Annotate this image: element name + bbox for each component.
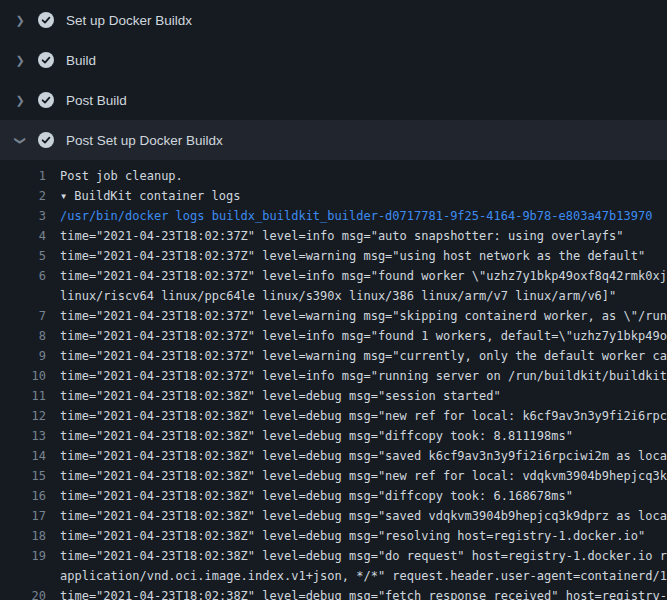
step-label: Build	[66, 53, 96, 68]
log-line: 7 time="2021-04-23T18:02:37Z" level=warn…	[0, 306, 667, 326]
line-number[interactable]: 17	[0, 506, 46, 526]
step-label: Set up Docker Buildx	[66, 13, 192, 28]
line-number[interactable]: 10	[0, 366, 46, 386]
line-number[interactable]: 19	[0, 546, 46, 566]
actions-log-viewer: ❯ Set up Docker Buildx ❯ Build ❯ Post Bu	[0, 0, 667, 600]
line-number[interactable]: 12	[0, 406, 46, 426]
chevron-icon[interactable]: ❯	[14, 132, 27, 148]
log-line: 12 time="2021-04-23T18:02:38Z" level=deb…	[0, 406, 667, 426]
log-line: 5 time="2021-04-23T18:02:37Z" level=warn…	[0, 246, 667, 266]
log-line: 15 time="2021-04-23T18:02:38Z" level=deb…	[0, 466, 667, 486]
line-number[interactable]: 20	[0, 586, 46, 600]
log-text: time="2021-04-23T18:02:37Z" level=info m…	[46, 366, 667, 386]
log-text: time="2021-04-23T18:02:38Z" level=debug …	[46, 586, 667, 600]
log-line: 13 time="2021-04-23T18:02:38Z" level=deb…	[0, 426, 667, 446]
step-label: Post Build	[66, 93, 127, 108]
log-line: 8 time="2021-04-23T18:02:37Z" level=info…	[0, 326, 667, 346]
step-label: Post Set up Docker Buildx	[66, 133, 223, 148]
chevron-icon[interactable]: ❯	[12, 94, 28, 107]
check-circle-icon	[38, 132, 54, 148]
step-section[interactable]: ❯ Build	[0, 40, 667, 80]
log-text: linux/riscv64 linux/ppc64le linux/s390x …	[46, 286, 667, 306]
log-text: time="2021-04-23T18:02:37Z" level=info m…	[46, 226, 667, 246]
line-number[interactable]: 15	[0, 466, 46, 486]
check-circle-icon	[38, 12, 54, 28]
sections: ❯ Set up Docker Buildx ❯ Build ❯ Post Bu	[0, 0, 667, 160]
group-label[interactable]: BuildKit container logs	[74, 189, 240, 203]
log-line: 3 /usr/bin/docker logs buildx_buildkit_b…	[0, 206, 667, 226]
check-circle-icon	[38, 52, 54, 68]
line-number[interactable]: 3	[0, 206, 46, 226]
log-line: 1 Post job cleanup.	[0, 166, 667, 186]
log-text: time="2021-04-23T18:02:38Z" level=debug …	[46, 466, 667, 486]
line-number[interactable]: 4	[0, 226, 46, 246]
log-text: /usr/bin/docker logs buildx_buildkit_bui…	[46, 206, 667, 226]
log-text: time="2021-04-23T18:02:38Z" level=debug …	[46, 526, 667, 546]
line-number[interactable]: 2	[0, 186, 46, 206]
log-line: 10 time="2021-04-23T18:02:37Z" level=inf…	[0, 366, 667, 386]
group-toggle-icon[interactable]: ▾	[60, 189, 67, 203]
log-text: time="2021-04-23T18:02:37Z" level=warnin…	[46, 306, 667, 326]
log-text: time="2021-04-23T18:02:37Z" level=warnin…	[46, 246, 667, 266]
log-text: time="2021-04-23T18:02:38Z" level=debug …	[46, 406, 667, 426]
log-line: 11 time="2021-04-23T18:02:38Z" level=deb…	[0, 386, 667, 406]
log-text: ▾BuildKit container logs	[46, 186, 667, 206]
log-line: linux/riscv64 linux/ppc64le linux/s390x …	[0, 286, 667, 306]
line-number[interactable]: 16	[0, 486, 46, 506]
line-number[interactable]: 6	[0, 266, 46, 286]
log-line: 19 time="2021-04-23T18:02:38Z" level=deb…	[0, 546, 667, 566]
line-number[interactable]: 1	[0, 166, 46, 186]
line-number[interactable]: 7	[0, 306, 46, 326]
log-text: time="2021-04-23T18:02:37Z" level=info m…	[46, 326, 667, 346]
log-text: time="2021-04-23T18:02:37Z" level=warnin…	[46, 346, 667, 366]
step-section[interactable]: ❯ Set up Docker Buildx	[0, 0, 667, 40]
log-text: Post job cleanup.	[46, 166, 667, 186]
log-text: time="2021-04-23T18:02:38Z" level=debug …	[46, 386, 667, 406]
log-line: 9 time="2021-04-23T18:02:37Z" level=warn…	[0, 346, 667, 366]
log-line: 20 time="2021-04-23T18:02:38Z" level=deb…	[0, 586, 667, 600]
line-number[interactable]: 11	[0, 386, 46, 406]
log-text: time="2021-04-23T18:02:38Z" level=debug …	[46, 506, 667, 526]
log-line: 2 ▾BuildKit container logs	[0, 186, 667, 206]
log-line: 6 time="2021-04-23T18:02:37Z" level=info…	[0, 266, 667, 286]
log-text: time="2021-04-23T18:02:38Z" level=debug …	[46, 446, 667, 466]
step-section[interactable]: ❯ Post Set up Docker Buildx	[0, 120, 667, 160]
log-text: application/vnd.oci.image.index.v1+json,…	[46, 566, 667, 586]
log-line: 4 time="2021-04-23T18:02:37Z" level=info…	[0, 226, 667, 246]
line-number[interactable]: 13	[0, 426, 46, 446]
log-text: time="2021-04-23T18:02:37Z" level=info m…	[46, 266, 667, 286]
line-number[interactable]	[0, 286, 46, 306]
log-lines: 1 Post job cleanup. 2 ▾BuildKit containe…	[0, 160, 667, 600]
line-number[interactable]: 8	[0, 326, 46, 346]
log-line: 18 time="2021-04-23T18:02:38Z" level=deb…	[0, 526, 667, 546]
line-number[interactable]	[0, 566, 46, 586]
log-line: application/vnd.oci.image.index.v1+json,…	[0, 566, 667, 586]
line-number[interactable]: 5	[0, 246, 46, 266]
log-text: time="2021-04-23T18:02:38Z" level=debug …	[46, 546, 667, 566]
chevron-icon[interactable]: ❯	[12, 54, 28, 67]
line-number[interactable]: 9	[0, 346, 46, 366]
line-number[interactable]: 18	[0, 526, 46, 546]
log-text: time="2021-04-23T18:02:38Z" level=debug …	[46, 426, 667, 446]
step-section[interactable]: ❯ Post Build	[0, 80, 667, 120]
log-line: 14 time="2021-04-23T18:02:38Z" level=deb…	[0, 446, 667, 466]
log-line: 17 time="2021-04-23T18:02:38Z" level=deb…	[0, 506, 667, 526]
log-text: time="2021-04-23T18:02:38Z" level=debug …	[46, 486, 667, 506]
check-circle-icon	[38, 92, 54, 108]
chevron-icon[interactable]: ❯	[12, 14, 28, 27]
log-line: 16 time="2021-04-23T18:02:38Z" level=deb…	[0, 486, 667, 506]
line-number[interactable]: 14	[0, 446, 46, 466]
